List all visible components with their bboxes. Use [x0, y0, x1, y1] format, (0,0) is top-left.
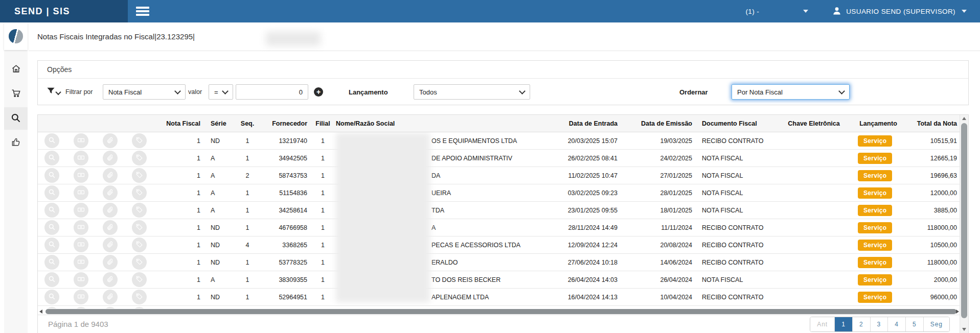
table-row[interactable]: 1A2587437531DA11/02/2025 10:4727/01/2025…	[38, 167, 960, 184]
scroll-down-icon[interactable]	[962, 328, 966, 331]
row-money-button[interactable]	[74, 151, 88, 165]
filter-value-input[interactable]	[236, 84, 308, 100]
table-row[interactable]: 1ND1529649511APLENAGEM LTDA16/04/2024 14…	[38, 289, 960, 306]
ordenar-select[interactable]: Por Nota Fiscal	[732, 84, 850, 100]
filter-field-select[interactable]: Nota Fiscal	[103, 84, 186, 100]
filter-menu-button[interactable]	[47, 87, 60, 98]
row-attachment-button[interactable]	[103, 255, 118, 270]
table-row[interactable]: 1ND433682651PECAS E ACESSORIOS LTDA12/09…	[38, 236, 960, 254]
vertical-scrollbar-thumb[interactable]	[961, 123, 967, 318]
cell-nota_fiscal: 1	[155, 189, 207, 197]
lancamento-badge: Serviço	[858, 257, 892, 268]
tag-icon	[135, 206, 143, 215]
cell-filial: 1	[311, 189, 334, 197]
row-money-button[interactable]	[74, 290, 88, 304]
tag-icon	[135, 188, 143, 198]
chevron-down-icon	[803, 10, 808, 13]
cell-serie: ND	[207, 137, 235, 145]
cell-lancamento: Serviço	[855, 170, 902, 181]
row-attachment-button[interactable]	[103, 151, 118, 165]
cell-fornecedor: 58743753	[260, 172, 311, 179]
row-view-button[interactable]	[44, 237, 59, 252]
lancamento-select[interactable]: Todos	[414, 84, 530, 100]
row-attachment-button[interactable]	[103, 168, 118, 183]
row-attachment-button[interactable]	[103, 185, 118, 200]
row-attachment-button[interactable]	[103, 237, 118, 252]
table-row[interactable]: 1A1349425051DE APOIO ADMINISTRATIV26/02/…	[38, 150, 960, 167]
cell-nota_fiscal: 1	[155, 172, 207, 179]
page-button-4[interactable]: 4	[888, 317, 906, 331]
sidebar-item-search[interactable]	[4, 107, 28, 130]
page-button-ant[interactable]: Ant	[810, 317, 835, 331]
hamburger-menu-button[interactable]	[136, 6, 151, 17]
row-money-button[interactable]	[74, 185, 88, 200]
sidebar-item-home[interactable]	[4, 58, 28, 81]
column-header-documento_fiscal: Documento Fiscal	[696, 120, 773, 127]
valor-label: valor	[188, 88, 202, 96]
table-row[interactable]: 1ND1537783251ERALDO27/06/2024 10:1814/06…	[38, 254, 960, 271]
row-tag-button[interactable]	[132, 220, 147, 235]
row-money-button[interactable]	[74, 168, 88, 183]
row-view-button[interactable]	[44, 203, 59, 218]
row-view-button[interactable]	[44, 255, 59, 270]
row-tag-button[interactable]	[132, 237, 147, 252]
row-tag-button[interactable]	[132, 290, 147, 304]
row-tag-button[interactable]	[132, 168, 147, 183]
scroll-up-icon[interactable]	[962, 117, 966, 120]
table-row[interactable]: 1A1511548361UEIRA03/02/2025 09:2328/01/2…	[38, 184, 960, 202]
row-view-button[interactable]	[44, 220, 59, 235]
row-tag-button[interactable]	[132, 185, 147, 200]
row-view-button[interactable]	[44, 272, 59, 287]
horizontal-scrollbar-thumb[interactable]	[45, 309, 956, 314]
row-view-button[interactable]	[44, 151, 59, 165]
row-attachment-button[interactable]	[103, 133, 118, 148]
cell-documento_fiscal: RECIBO CONTRATO	[696, 224, 773, 231]
row-attachment-button[interactable]	[103, 220, 118, 235]
row-money-button[interactable]	[74, 272, 88, 287]
search-icon	[48, 293, 56, 302]
scroll-left-icon[interactable]	[39, 310, 42, 314]
row-tag-button[interactable]	[132, 255, 147, 270]
chevron-down-icon	[222, 88, 229, 94]
page-button-seg[interactable]: Seg	[924, 317, 949, 331]
add-filter-button[interactable]: +	[314, 87, 323, 97]
cell-data_emissao: 27/01/2025	[621, 172, 696, 179]
cell-data_entrada: 20/03/2025 15:07	[565, 137, 621, 145]
title-bar: Notas Fiscais Integradas no Fiscal|23.12…	[29, 22, 980, 51]
page-button-2[interactable]: 2	[853, 317, 871, 331]
sidebar-item-cart[interactable]	[4, 83, 28, 105]
operator-select[interactable]: =	[209, 84, 233, 100]
row-attachment-button[interactable]	[103, 203, 118, 218]
horizontal-scrollbar[interactable]	[38, 308, 960, 315]
row-money-button[interactable]	[74, 237, 88, 252]
table-row[interactable]: 1A1342586141TDA23/01/2025 09:5518/01/202…	[38, 202, 960, 219]
table-row[interactable]: 1ND1132197401OS E EQUIPAMENTOS LTDA20/03…	[38, 132, 960, 150]
row-view-button[interactable]	[44, 185, 59, 200]
row-tag-button[interactable]	[132, 203, 147, 218]
company-selector[interactable]: (1) -	[745, 8, 808, 15]
row-money-button[interactable]	[74, 220, 88, 235]
tag-icon	[135, 136, 143, 146]
cell-serie: ND	[207, 294, 235, 301]
row-tag-button[interactable]	[132, 133, 147, 148]
page-button-5[interactable]: 5	[906, 317, 924, 331]
vertical-scrollbar[interactable]	[960, 115, 968, 333]
table-row[interactable]: 1ND1467669581A28/11/2024 14:4911/11/2024…	[38, 219, 960, 236]
row-view-button[interactable]	[44, 133, 59, 148]
row-money-button[interactable]	[74, 203, 88, 218]
row-tag-button[interactable]	[132, 272, 147, 287]
page-button-1[interactable]: 1	[835, 317, 853, 331]
scroll-right-icon[interactable]	[956, 310, 959, 314]
row-money-button[interactable]	[74, 133, 88, 148]
row-tag-button[interactable]	[132, 151, 147, 165]
row-attachment-button[interactable]	[103, 272, 118, 287]
sidebar-item-approve[interactable]	[4, 132, 28, 154]
row-view-button[interactable]	[44, 290, 59, 304]
row-attachment-button[interactable]	[103, 290, 118, 304]
page-button-3[interactable]: 3	[871, 317, 888, 331]
table-row[interactable]: 1A1383093551TO DOS REIS BECKER26/04/2024…	[38, 271, 960, 289]
row-money-button[interactable]	[74, 255, 88, 270]
money-icon	[77, 275, 85, 284]
row-view-button[interactable]	[44, 168, 59, 183]
user-menu[interactable]: USUARIO SEND (SUPERVISOR)	[832, 6, 967, 17]
